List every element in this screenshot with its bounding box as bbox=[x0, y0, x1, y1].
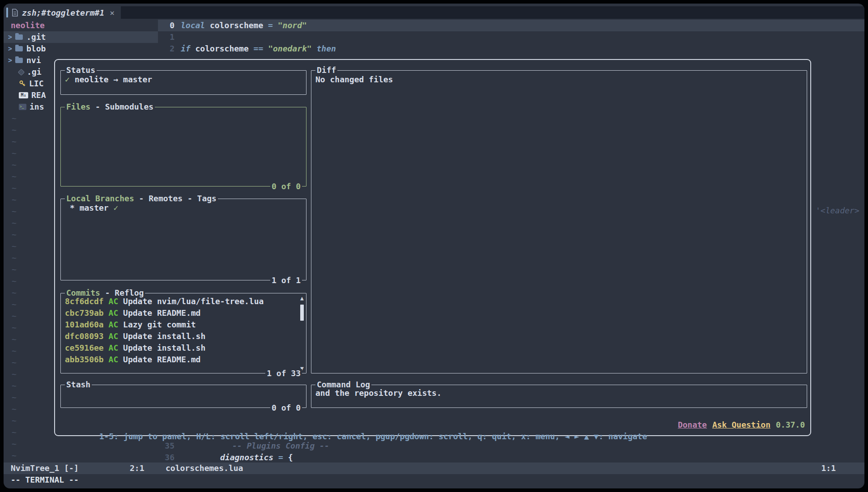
code-token: local bbox=[181, 21, 205, 30]
branch-check-icon: ✓ bbox=[114, 203, 119, 212]
code-token bbox=[273, 453, 278, 462]
commit-author: AC bbox=[104, 308, 123, 318]
donate-link[interactable]: Donate bbox=[678, 419, 707, 431]
branches-count: 1 of 1 bbox=[270, 276, 302, 285]
empty-line-marker: ~ bbox=[12, 124, 17, 136]
chevron-right-icon[interactable]: > bbox=[8, 43, 15, 55]
background-code-fragment: '<leader> bbox=[816, 206, 859, 215]
lazygit-float-window: Status ✓ neolite → master Files - Submod… bbox=[54, 59, 811, 436]
empty-line-marker: ~ bbox=[12, 369, 17, 380]
code-token bbox=[263, 44, 268, 53]
empty-line-marker: ~ bbox=[12, 299, 17, 310]
code-token: "onedark" bbox=[268, 44, 312, 53]
scrollbar-thumb[interactable] bbox=[300, 305, 304, 321]
commit-row[interactable]: cbc739ab AC Update README.md bbox=[65, 307, 295, 319]
code-text: if colorscheme == "onedark" then bbox=[181, 43, 336, 55]
commit-row[interactable]: 101ad60a AC Lazy git commit bbox=[65, 319, 295, 331]
empty-line-marker: ~ bbox=[12, 276, 17, 287]
statusline-position-left: 2:1 bbox=[130, 462, 145, 474]
empty-line-marker: ~ bbox=[12, 171, 17, 182]
empty-line-marker: ~ bbox=[12, 217, 17, 229]
commit-message: Update README.md bbox=[123, 308, 200, 318]
help-links: Donate Ask Question 0.37.0 bbox=[678, 419, 805, 431]
command-log-panel[interactable]: Command Log and the repository exists. bbox=[311, 385, 807, 408]
tree-root[interactable]: neolite bbox=[4, 20, 158, 31]
keybinding-help: 1-5: jump to panel, H/L: scroll left/rig… bbox=[60, 419, 805, 431]
code-token bbox=[312, 44, 317, 53]
file-icon bbox=[12, 8, 18, 17]
commit-row[interactable]: dfc08093 AC Update install.sh bbox=[65, 331, 295, 342]
commit-row[interactable]: abb3506b AC Update README.md bbox=[65, 354, 295, 365]
code-token: "nord" bbox=[278, 21, 307, 30]
tree-item-blob[interactable]: >blob bbox=[4, 43, 158, 55]
status-panel[interactable]: Status ✓ neolite → master bbox=[60, 70, 306, 95]
empty-line-marker: ~ bbox=[12, 206, 17, 217]
code-token: colorscheme bbox=[210, 21, 263, 30]
terminal-tab[interactable]: zsh;#toggleterm#1 × bbox=[4, 6, 121, 19]
files-panel[interactable]: Files - Submodules 0 of 0 bbox=[60, 107, 306, 187]
tree-root-label: neolite bbox=[4, 20, 45, 31]
folder-icon bbox=[15, 34, 23, 40]
tree-item-label: ins bbox=[30, 101, 44, 113]
commit-message: Lazy git commit bbox=[123, 320, 196, 329]
stash-panel[interactable]: Stash 0 of 0 bbox=[60, 385, 306, 408]
chevron-right-icon[interactable]: > bbox=[8, 55, 15, 66]
code-token: = bbox=[268, 21, 273, 30]
commit-hash: cbc739ab bbox=[65, 308, 104, 318]
commit-author: AC bbox=[104, 331, 123, 341]
branches-panel[interactable]: Local Branches - Remotes - Tags * master… bbox=[60, 199, 306, 280]
scroll-up-icon[interactable]: ▲ bbox=[300, 295, 304, 301]
repo-branch-label: neolite → master bbox=[75, 75, 152, 84]
code-token: then bbox=[317, 44, 336, 53]
diff-panel[interactable]: Diff No changed files bbox=[311, 70, 807, 373]
commit-row[interactable]: ce5916ee AC Update install.sh bbox=[65, 342, 295, 354]
commit-message: Update README.md bbox=[123, 355, 200, 364]
tree-item-label: nvi bbox=[26, 55, 41, 66]
commit-hash: dfc08093 bbox=[65, 331, 104, 341]
commit-row[interactable]: 8cf6dcdf AC Update nvim/lua/file-tree.lu… bbox=[65, 296, 295, 307]
empty-line-marker: ~ bbox=[12, 345, 17, 357]
code-token bbox=[191, 44, 196, 53]
empty-line-marker: ~ bbox=[12, 392, 17, 403]
empty-line-marker: ~ bbox=[12, 252, 17, 264]
commit-author: AC bbox=[104, 355, 123, 364]
empty-line-marker: ~ bbox=[12, 357, 17, 369]
mode-indicator: -- TERMINAL -- bbox=[11, 474, 79, 486]
tree-item-label: REA bbox=[31, 89, 46, 101]
branch-row[interactable]: * master ✓ bbox=[61, 199, 306, 280]
code-token bbox=[205, 21, 210, 30]
chevron-right-icon[interactable]: > bbox=[8, 31, 15, 43]
empty-line-marker: ~ bbox=[12, 136, 17, 148]
markdown-icon: M↓ bbox=[19, 92, 28, 98]
commits-count: 1 of 33 bbox=[265, 369, 302, 378]
tab-close-icon[interactable]: × bbox=[108, 8, 115, 17]
terminal-icon: >_ bbox=[19, 104, 26, 110]
empty-line-marker: ~ bbox=[12, 264, 17, 276]
keybinding-help-text: 1-5: jump to panel, H/L: scroll left/rig… bbox=[99, 432, 647, 441]
terminal-icon: >_ bbox=[19, 104, 26, 110]
current-branch-star: * bbox=[70, 203, 75, 212]
commit-message: Update install.sh bbox=[123, 331, 205, 341]
empty-line-marker: ~ bbox=[12, 194, 17, 206]
tree-item-label: LIC bbox=[29, 78, 44, 89]
check-icon: ✓ bbox=[65, 75, 70, 84]
code-token: { bbox=[288, 453, 293, 462]
ask-question-link[interactable]: Ask Question bbox=[712, 419, 770, 431]
screen: zsh;#toggleterm#1 × 0local colorscheme =… bbox=[0, 0, 868, 492]
key-icon bbox=[19, 80, 26, 87]
empty-line-marker: ~ bbox=[12, 403, 17, 415]
empty-line-marker: ~ bbox=[12, 322, 17, 334]
empty-line-marker: ~ bbox=[12, 159, 17, 171]
tree-item-label: .gi bbox=[27, 66, 42, 78]
statusline-filename: colorschemes.lua bbox=[166, 462, 243, 474]
code-text: local colorscheme = "nord" bbox=[181, 20, 307, 31]
branch-name: master bbox=[80, 203, 109, 212]
status-content: ✓ neolite → master bbox=[61, 71, 306, 94]
empty-line-marker: ~ bbox=[12, 113, 17, 124]
commits-panel[interactable]: Commits - Reflog 8cf6dcdf AC Update nvim… bbox=[60, 293, 306, 373]
code-token: -- Plugins Config -- bbox=[232, 441, 329, 450]
git-icon bbox=[19, 70, 24, 75]
commit-hash: ce5916ee bbox=[65, 343, 104, 352]
commits-scrollbar[interactable]: ▲ ▼ bbox=[299, 295, 305, 372]
tree-item-git[interactable]: >.git bbox=[4, 31, 158, 43]
